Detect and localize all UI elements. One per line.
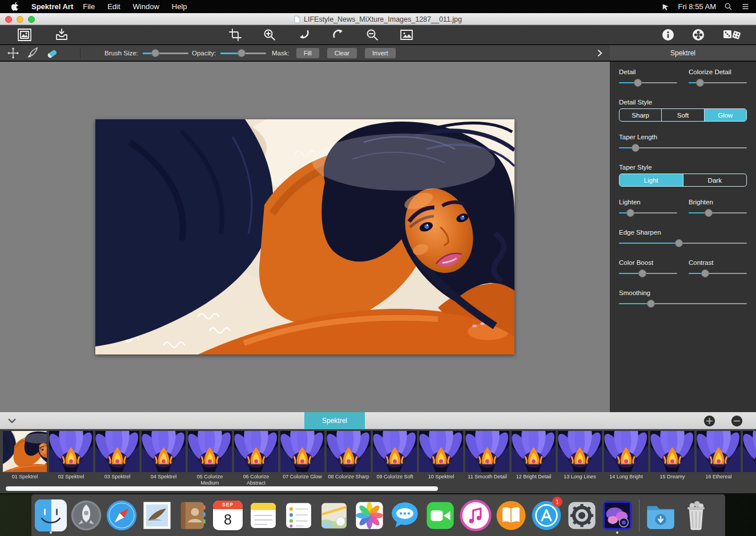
dock-messages-icon[interactable] [387,497,423,534]
preset-07-colorize-glow[interactable]: 07 Colorize Glow [280,431,324,486]
preset-thumbnail[interactable] [512,431,556,472]
preset-thumbnail[interactable] [3,431,47,472]
preset-06-colorize-abstract[interactable]: 06 Colorize Abstract [234,431,278,486]
dock-facetime-icon[interactable] [423,497,458,534]
preset-09-colorize-soft[interactable]: 09 Colorize Soft [373,431,417,486]
preset-12-bright-detail[interactable]: 12 Bright Detail [512,431,556,486]
preset-08-colorize-sharp[interactable]: 08 Colorize Sharp [327,431,371,486]
edge-sharpen-slider[interactable] [619,239,747,247]
info-button[interactable] [660,27,676,42]
open-image-button[interactable] [17,27,33,42]
dock-app-store-icon[interactable]: 1 [529,497,564,534]
crop-tool-button[interactable] [227,27,243,42]
dock-downloads-icon[interactable] [643,497,678,534]
preset-02-spektrel[interactable]: 02 Spektrel [49,431,93,486]
preset-05-colorize-medium[interactable]: 05 Colorize Medium [188,431,232,486]
preset-thumbnail[interactable] [419,431,463,472]
dock-calendar-icon[interactable]: SEP8 [210,497,246,534]
preset-15-dreamy[interactable]: 15 Dreamy [650,431,694,486]
preset-thumbnail[interactable] [650,431,694,472]
save-export-button[interactable] [54,27,70,42]
segment-sharp[interactable]: Sharp [620,109,662,121]
preset-thumbnail[interactable] [743,431,756,472]
preset-thumbnail[interactable] [465,431,509,472]
eraser-tool-button[interactable] [45,46,59,60]
image-canvas[interactable] [0,62,610,412]
undo-button[interactable] [296,27,312,42]
segment-glow[interactable]: Glow [705,109,746,121]
remove-preset-button[interactable] [731,415,743,427]
fit-image-button[interactable] [399,27,415,42]
opacity-slider[interactable] [220,49,266,58]
preset-thumbnail[interactable] [558,431,602,472]
app-menu-title[interactable]: Spektrel Art [31,2,73,11]
color-boost-slider[interactable] [619,269,677,277]
detail-slider[interactable] [619,78,677,87]
apple-menu-icon[interactable] [10,2,19,12]
dock-ibooks-icon[interactable] [493,497,529,534]
preset-thumbnail[interactable] [188,431,232,472]
randomize-dice-button[interactable] [722,27,743,42]
smoothing-slider[interactable] [619,299,747,308]
preset-thumbnail[interactable] [604,431,648,472]
dock-safari-icon[interactable] [104,497,139,534]
document-proxy-icon[interactable] [294,15,300,23]
preset-14-long-bright[interactable]: 14 Long Bright [604,431,648,486]
preset-16-ethereal[interactable]: 16 Ethereal [697,431,741,486]
tab-spektrel[interactable]: Spektrel [304,412,365,429]
preset-01-spektrel[interactable]: 01 Spektrel [3,431,47,486]
menu-window[interactable]: Window [127,2,166,11]
zoom-in-button[interactable] [262,27,278,42]
menu-help[interactable]: Help [166,2,194,11]
preset-04-spektrel[interactable]: 04 Spektrel [142,431,186,486]
brush-tool-button[interactable] [25,46,40,60]
status-pointer-icon[interactable] [661,2,670,11]
colorize-detail-slider[interactable] [689,78,747,87]
segment-light[interactable]: Light [620,174,683,186]
segment-soft[interactable]: Soft [662,109,704,121]
menu-edit[interactable]: Edit [101,2,126,11]
segment-dark[interactable]: Dark [683,174,747,186]
preset-03-spektrel[interactable]: 03 Spektrel [95,431,139,486]
preset-thumbnail[interactable] [280,431,324,472]
taper-length-slider[interactable] [619,143,747,152]
move-tool-button[interactable] [6,46,21,60]
preset-thumbnail[interactable] [49,431,93,472]
dock-contacts-icon[interactable] [175,497,210,534]
dock-reminders-icon[interactable] [281,497,316,534]
preset-thumbnail[interactable] [142,431,186,472]
zoom-out-button[interactable] [364,27,380,42]
menu-bar-clock[interactable]: Fri 8:55 AM [678,2,716,11]
preset-thumbnail[interactable] [327,431,371,472]
add-preset-button[interactable] [703,415,715,427]
contrast-slider[interactable] [689,269,747,277]
dock-mail-icon[interactable] [139,497,175,534]
effects-button[interactable] [690,27,706,42]
edited-photo[interactable] [95,119,514,354]
dock-launchpad-icon[interactable] [69,497,104,534]
lighten-slider[interactable] [619,208,677,217]
dock-trash-icon[interactable] [678,497,714,534]
preset-17-e[interactable]: 17 E [743,431,756,486]
redo-button[interactable] [330,27,346,42]
brighten-slider[interactable] [689,208,747,217]
mask-fill[interactable]: Fill [296,48,319,58]
dock-finder-icon[interactable] [33,497,69,534]
brush-size-slider[interactable] [143,49,188,58]
spotlight-search-icon[interactable] [724,2,733,11]
mask-invert[interactable]: Invert [365,48,396,58]
dock-spektrel-art-icon[interactable] [600,497,635,534]
preset-thumbnail[interactable] [95,431,139,472]
dock-notes-icon[interactable] [246,497,281,534]
preset-thumbnail[interactable] [373,431,417,472]
preset-13-long-lines[interactable]: 13 Long Lines [558,431,602,486]
dock-itunes-icon[interactable] [458,497,493,534]
mask-clear[interactable]: Clear [327,48,357,58]
preset-thumbnail[interactable] [697,431,741,472]
collapse-strip-chevron-icon[interactable] [7,416,17,426]
collapse-panel-chevron-icon[interactable] [595,49,604,58]
menu-file[interactable]: File [77,2,101,11]
preset-11-smooth-detail[interactable]: 11 Smooth Detail [465,431,509,486]
notification-center-icon[interactable] [741,2,750,11]
preset-10-spektrel[interactable]: 10 Spektrel [419,431,463,486]
